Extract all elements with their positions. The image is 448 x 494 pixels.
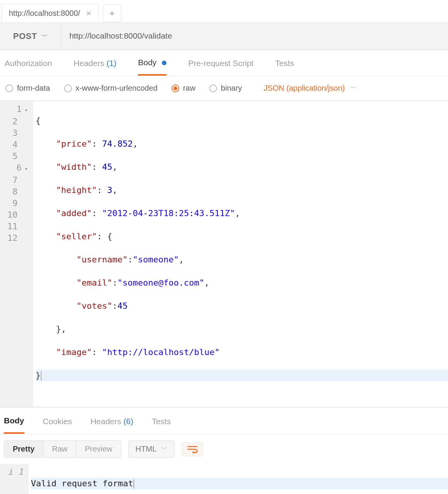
content-type-select[interactable]: JSON (application/json) ﹀ (264, 84, 356, 93)
close-icon[interactable]: ✕ (86, 9, 92, 18)
fold-toggle-icon[interactable]: ▾ (23, 163, 28, 174)
response-tab-body-label: Body (4, 416, 24, 425)
radio-binary[interactable]: binary (209, 84, 242, 93)
radio-form-data[interactable]: form-data (5, 84, 50, 93)
tab-authorization-label: Authorization (5, 59, 52, 68)
radio-icon (64, 85, 72, 92)
window-tabs: http://localhost:8000/ ✕ ＋ (0, 0, 448, 23)
view-raw-label: Raw (52, 445, 68, 453)
view-raw-button[interactable]: Raw (44, 441, 76, 457)
response-text: Valid request format (31, 479, 133, 488)
wrap-lines-button[interactable] (182, 442, 203, 457)
chevron-down-icon: ﹀ (161, 445, 167, 453)
tab-body-label: Body (138, 58, 156, 67)
url-value: http://localhost:8000/validate (69, 31, 172, 40)
http-method-select[interactable]: POST ﹀ (0, 23, 61, 50)
response-section-tabs: Body Cookies Headers (6) Tests (0, 407, 448, 434)
view-preview-label: Preview (85, 445, 112, 453)
http-method-label: POST (13, 31, 37, 41)
radio-icon (209, 85, 217, 92)
tab-tests[interactable]: Tests (275, 59, 294, 75)
response-tab-body[interactable]: Body (4, 416, 24, 434)
request-tab[interactable]: http://localhost:8000/ ✕ (2, 4, 99, 22)
response-body[interactable]: i 1 Valid request format (0, 464, 448, 494)
response-tab-headers-label: Headers (90, 417, 121, 426)
radio-urlencoded-label: x-www-form-urlencoded (76, 84, 158, 93)
request-section-tabs: Authorization Headers (1) Body Pre-reque… (0, 50, 448, 76)
editor-code[interactable]: { "price": 74.852, "width": 45, "height"… (33, 101, 448, 407)
editor-gutter: 1▾ 2 3 4 5 6▾ 7 8 9 10 11 12 (0, 101, 33, 407)
request-tab-label: http://localhost:8000/ (9, 9, 80, 18)
view-pretty-button[interactable]: Pretty (4, 441, 44, 457)
body-type-row: form-data x-www-form-urlencoded raw bina… (0, 76, 448, 101)
response-tab-cookies[interactable]: Cookies (43, 417, 72, 433)
response-tab-tests[interactable]: Tests (152, 417, 171, 433)
tab-prerequest[interactable]: Pre-request Script (188, 59, 253, 75)
response-toolbar: Pretty Raw Preview HTML ﹀ (0, 434, 448, 464)
view-preview-button[interactable]: Preview (76, 441, 121, 457)
tab-authorization[interactable]: Authorization (5, 59, 52, 75)
radio-icon (5, 85, 13, 92)
tab-body[interactable]: Body (138, 58, 166, 76)
radio-binary-label: binary (221, 84, 242, 93)
tab-headers-label: Headers (74, 59, 104, 68)
response-tab-tests-label: Tests (152, 417, 171, 426)
response-tab-cookies-label: Cookies (43, 417, 72, 426)
response-type-label: HTML (136, 445, 156, 453)
modified-dot-icon (162, 61, 166, 65)
response-tab-headers-count: (6) (124, 417, 134, 426)
chevron-down-icon: ﹀ (350, 84, 356, 92)
tab-headers-count: (1) (107, 59, 117, 68)
tab-prerequest-label: Pre-request Script (188, 59, 253, 68)
url-input[interactable]: http://localhost:8000/validate (61, 23, 448, 50)
tab-headers[interactable]: Headers (1) (74, 59, 117, 75)
radio-icon (171, 85, 179, 92)
request-row: POST ﹀ http://localhost:8000/validate (0, 23, 448, 50)
tab-tests-label: Tests (275, 59, 294, 68)
response-code[interactable]: Valid request format (29, 464, 448, 494)
content-type-label: JSON (application/json) (264, 84, 345, 93)
add-tab-button[interactable]: ＋ (103, 4, 121, 22)
radio-urlencoded[interactable]: x-www-form-urlencoded (64, 84, 158, 93)
view-pretty-label: Pretty (13, 445, 35, 453)
request-body-editor[interactable]: 1▾ 2 3 4 5 6▾ 7 8 9 10 11 12 { "price": … (0, 101, 448, 407)
response-type-select[interactable]: HTML ﹀ (128, 440, 175, 458)
radio-raw[interactable]: raw (171, 84, 195, 93)
radio-form-data-label: form-data (17, 84, 50, 93)
wrap-icon (187, 445, 197, 453)
chevron-down-icon: ﹀ (42, 32, 48, 41)
radio-raw-label: raw (183, 84, 195, 93)
fold-toggle-icon[interactable]: ▾ (23, 104, 28, 116)
response-tab-headers[interactable]: Headers (6) (90, 417, 133, 433)
response-gutter: i 1 (0, 464, 29, 494)
response-view-mode: Pretty Raw Preview (4, 440, 121, 458)
